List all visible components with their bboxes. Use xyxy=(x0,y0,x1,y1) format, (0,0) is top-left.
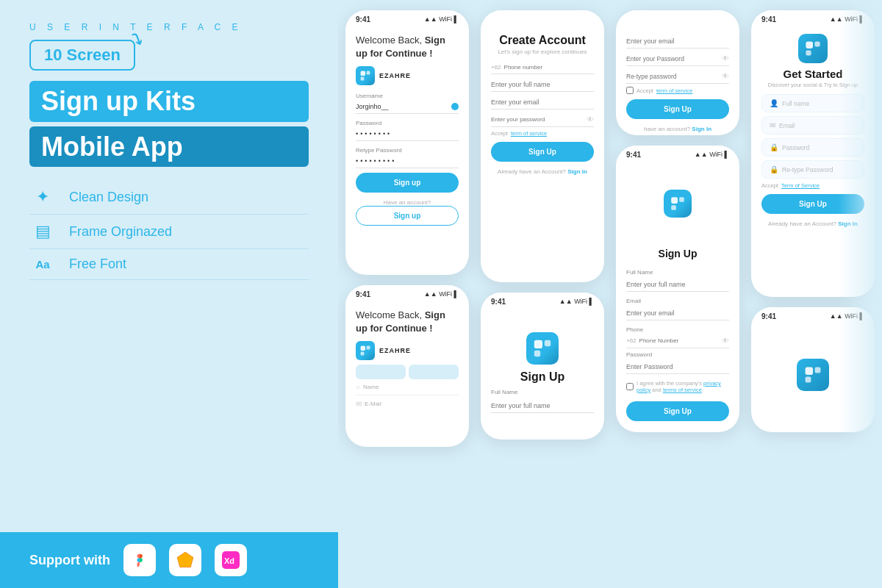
terms-row-4t: Accept term of service xyxy=(626,87,729,94)
retype-row[interactable] xyxy=(356,154,459,168)
already-row: Already have an Account? Sign In xyxy=(491,168,594,175)
fullname-input-2[interactable] xyxy=(491,77,594,92)
title-line1-bg: Sign up Kits xyxy=(29,81,309,122)
pw-label-3: Password xyxy=(626,351,729,358)
signup-title-3: Sign Up xyxy=(626,248,729,259)
retype-input-4t[interactable] xyxy=(626,73,722,80)
svg-rect-9 xyxy=(361,352,365,356)
title-line2-bg: Mobile App xyxy=(29,126,309,168)
status-bar-4t xyxy=(616,10,739,26)
svg-rect-15 xyxy=(671,205,676,210)
create-account-subtitle: Let's sign up for explore continues xyxy=(491,49,594,55)
status-bar-2 xyxy=(481,10,604,26)
logo-square-1 xyxy=(356,66,375,85)
pw-input-4t[interactable] xyxy=(626,55,722,62)
terms-cb-3[interactable] xyxy=(626,383,634,390)
welcome-text: Welcome Back, Sign up for Continue ! xyxy=(356,34,459,60)
email-input-4t[interactable] xyxy=(626,34,729,49)
svg-rect-11 xyxy=(545,340,551,346)
signup-btn-outline-1[interactable]: Sign up xyxy=(356,206,459,226)
big-logo-3a xyxy=(526,332,559,365)
username-label: Username xyxy=(356,93,459,99)
time-6: 9:41 xyxy=(761,312,776,320)
fn-placeholder-5: Full name xyxy=(782,100,809,107)
account-row-5: Already have an Account? Sign In xyxy=(761,220,864,227)
big-logo-3 xyxy=(664,190,692,218)
svg-text:Xd: Xd xyxy=(224,556,234,565)
signup-btn-2[interactable]: Sign Up xyxy=(491,142,594,162)
retype-placeholder-5: Re-type Password xyxy=(782,166,833,173)
fn-input-3[interactable] xyxy=(626,277,729,292)
terms-link-4t[interactable]: term of service xyxy=(656,87,692,94)
already-text: Already have an Account? xyxy=(498,168,566,175)
layers-icon: ▤ xyxy=(29,222,56,241)
svg-rect-4 xyxy=(361,71,365,76)
col-1: 9:41 ▲▲ WiFi ▌ Welcome Back, Sign up for… xyxy=(345,10,469,578)
terms-row-5: Accept Term of Service xyxy=(761,182,864,189)
sketch-icon xyxy=(169,544,201,576)
time-5: 9:41 xyxy=(761,15,776,24)
username-input[interactable] xyxy=(356,103,451,110)
title-line2: Mobile App xyxy=(41,132,297,162)
fn-row-5[interactable]: 👤 Full name xyxy=(761,94,864,112)
terms-link-3[interactable]: terms of service xyxy=(663,387,702,393)
svg-rect-5 xyxy=(367,71,370,75)
signin-link-2[interactable]: Sign In xyxy=(567,168,587,175)
status-icons-1: ▲▲ WiFi ▌ xyxy=(424,15,459,23)
status-icons-3a: ▲▲ WiFi ▌ xyxy=(559,298,594,305)
email-field-label: ✉ E-Mail xyxy=(356,400,459,408)
signin-row-4t: have an account? Sign In xyxy=(626,126,729,132)
em-input-3[interactable] xyxy=(626,306,729,320)
password-row[interactable] xyxy=(356,127,459,141)
password-input-2[interactable] xyxy=(491,116,587,123)
pw-input-3[interactable] xyxy=(626,359,729,374)
signup-btn-5[interactable]: Sign Up xyxy=(761,194,864,214)
font-icon: Aa xyxy=(29,258,56,270)
svg-rect-7 xyxy=(361,346,365,351)
feature-label-1: Clean Design xyxy=(69,190,148,205)
password-input[interactable] xyxy=(356,130,459,137)
arrow-icon: ⤵ xyxy=(130,30,144,51)
ph-row-3[interactable]: +62 👁 xyxy=(626,334,729,348)
eye-ph-3: 👁 xyxy=(722,337,729,345)
support-label: Support with xyxy=(29,553,110,568)
password-row-2[interactable]: 👁 xyxy=(491,112,594,127)
phone-content-5: Get Started Discover your social & Try t… xyxy=(751,26,875,297)
email-row-5[interactable]: ✉ Email xyxy=(761,116,864,135)
fullname-input-3[interactable] xyxy=(491,398,594,413)
pw-row-4t[interactable]: 👁 xyxy=(626,51,729,66)
signin-link-4t[interactable]: Sign In xyxy=(692,126,711,132)
svg-rect-14 xyxy=(679,197,684,202)
retype-row-4t[interactable]: 👁 xyxy=(626,69,729,84)
retype-input[interactable] xyxy=(356,157,459,165)
svg-rect-17 xyxy=(814,41,820,46)
terms-row-2: Accept term of service xyxy=(491,130,594,137)
account-text-5: Already have an Account? xyxy=(768,220,836,227)
phone-screen-3a: 9:41 ▲▲ WiFi ▌ Sign Up Full Name xyxy=(481,293,604,440)
feature-label-2: Frame Orginazed xyxy=(69,224,172,240)
phone-logo-1: EZAHRE xyxy=(356,66,459,85)
phone-input[interactable] xyxy=(504,64,594,71)
em-label-3: Email xyxy=(626,298,729,304)
signup-btn-1[interactable]: Sign up xyxy=(356,173,459,193)
status-icons-6: ▲▲ WiFi ▌ xyxy=(830,312,864,320)
signup-btn-3[interactable]: Sign Up xyxy=(626,401,729,421)
terms-link-2[interactable]: term of service xyxy=(511,130,547,137)
phone-number-row[interactable]: +62 xyxy=(491,61,594,74)
signin-link-5[interactable]: Sign In xyxy=(838,220,858,227)
terms-link-5[interactable]: Term of Service xyxy=(781,182,820,189)
email-icon-5: ✉ xyxy=(770,121,775,129)
ph-input-3[interactable] xyxy=(639,337,722,344)
badge-text: 10 Screen xyxy=(44,46,121,64)
eye-icon-2: 👁 xyxy=(587,115,594,123)
email-input-2[interactable] xyxy=(491,95,594,110)
phone-logo-1b: EZAHRE xyxy=(356,341,459,360)
username-row[interactable] xyxy=(356,100,459,114)
svg-rect-19 xyxy=(806,368,813,375)
terms-checkbox-4t[interactable] xyxy=(626,87,634,94)
signup-btn-4t[interactable]: Sign Up xyxy=(626,99,729,119)
phone-screen-2: Create Account Let's sign up for explore… xyxy=(481,10,604,282)
retype-row-5[interactable]: 🔒 Re-type Password xyxy=(761,160,864,179)
pw-row-5[interactable]: 🔒 Password xyxy=(761,138,864,157)
status-bar-1b: 9:41 ▲▲ WiFi ▌ xyxy=(345,285,469,301)
